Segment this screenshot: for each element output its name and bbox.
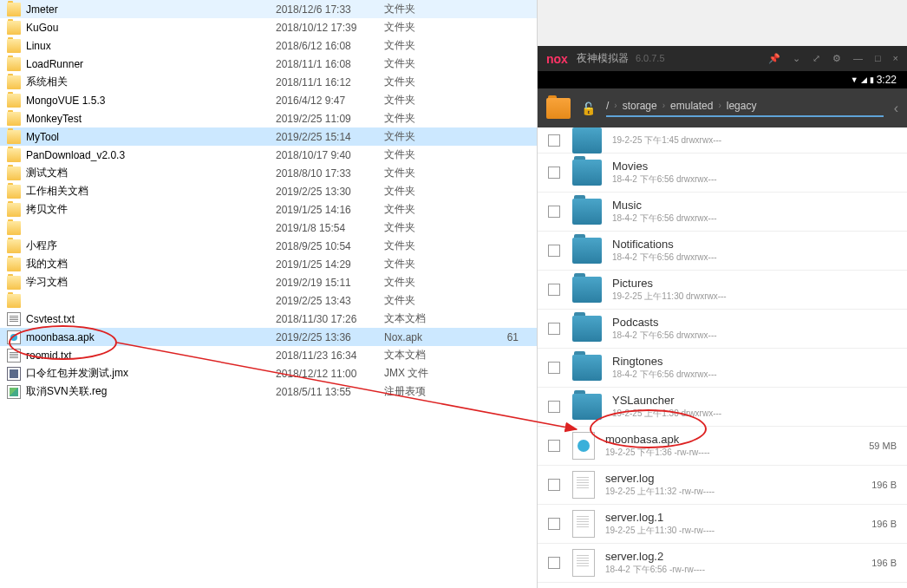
list-item[interactable]: YSLauncher19-2-25 上午1:30 drwxrwx--- <box>538 388 907 427</box>
item-name: YSLauncher <box>612 394 897 407</box>
checkbox[interactable] <box>548 284 560 296</box>
file-type: 文件夹 <box>384 202 467 217</box>
list-item[interactable]: Notifications18-4-2 下午6:56 drwxrwx--- <box>538 232 907 271</box>
close-icon[interactable]: × <box>893 53 898 64</box>
breadcrumb[interactable]: /›storage›emulated›legacy <box>606 100 884 117</box>
file-row[interactable]: MonkeyTest2019/2/25 11:09文件夹 <box>0 109 537 127</box>
file-name: Csvtest.txt <box>26 313 75 325</box>
file-row[interactable]: roomid.txt2018/11/23 16:34文本文档 <box>0 346 537 364</box>
file-row[interactable]: KuGou2018/10/12 17:39文件夹 <box>0 18 537 36</box>
list-item[interactable]: server.log19-2-25 上午11:32 -rw-rw----196 … <box>538 466 907 505</box>
item-meta: 18-4-2 下午6:56 drwxrwx--- <box>612 330 897 342</box>
file-row[interactable]: 2019/1/8 15:54文件夹 <box>0 219 537 237</box>
pin-icon[interactable]: 📌 <box>768 53 780 64</box>
list-item[interactable]: 19-2-25 下午1:45 drwxrwx--- <box>538 127 907 154</box>
file-type: JMX 文件 <box>384 366 467 381</box>
checkbox[interactable] <box>548 518 560 530</box>
file-row[interactable]: Jmeter2018/12/6 17:33文件夹 <box>0 0 537 18</box>
file-name: 口令红包并发测试.jmx <box>26 366 128 381</box>
file-type: 文件夹 <box>384 93 467 108</box>
item-meta: 18-4-2 下午6:56 -rw-rw---- <box>605 564 871 576</box>
file-row[interactable]: MyTool2019/2/25 15:14文件夹 <box>0 127 537 146</box>
list-item[interactable]: Podcasts18-4-2 下午6:56 drwxrwx--- <box>538 310 907 349</box>
jmx-icon <box>7 367 21 381</box>
file-row[interactable]: 口令红包并发测试.jmx2018/12/12 11:00JMX 文件 <box>0 364 537 382</box>
file-row[interactable]: 工作相关文档2019/2/25 13:30文件夹 <box>0 182 537 200</box>
file-date: 2019/1/25 14:16 <box>276 204 384 216</box>
checkbox[interactable] <box>548 362 560 374</box>
folder-icon <box>7 276 21 290</box>
list-item[interactable]: moonbasa.apk19-2-25 下午1:36 -rw-rw----59 … <box>538 427 907 466</box>
folder-icon <box>7 21 21 35</box>
settings-icon[interactable]: ⚙ <box>832 53 841 64</box>
file-row[interactable]: 测试文档2018/8/10 17:33文件夹 <box>0 164 537 182</box>
breadcrumb-segment[interactable]: storage <box>623 100 657 112</box>
file-type: 文本文档 <box>384 348 467 363</box>
list-item[interactable]: server.log.3 <box>538 583 907 588</box>
file-date: 2019/1/8 15:54 <box>276 222 384 234</box>
file-row[interactable]: Csvtest.txt2018/11/30 17:26文本文档 <box>0 310 537 328</box>
maximize-icon[interactable]: □ <box>875 53 881 64</box>
list-item[interactable]: Ringtones18-4-2 下午6:56 drwxrwx--- <box>538 349 907 388</box>
file-row[interactable]: 取消SVN关联.reg2018/5/11 13:55注册表项 <box>0 382 537 401</box>
file-row[interactable]: 小程序2018/9/25 10:54文件夹 <box>0 237 537 255</box>
file-date: 2016/4/12 9:47 <box>276 95 384 107</box>
file-icon <box>572 549 595 577</box>
list-item[interactable]: Pictures19-2-25 上午11:30 drwxrwx--- <box>538 271 907 310</box>
filemanager-list[interactable]: 19-2-25 下午1:45 drwxrwx--- Movies18-4-2 下… <box>538 127 907 588</box>
item-size: 196 B <box>871 519 897 529</box>
file-date: 2019/2/25 11:09 <box>276 113 384 125</box>
fullscreen-icon[interactable]: ⤢ <box>812 53 820 64</box>
breadcrumb-segment[interactable]: emulated <box>670 100 713 112</box>
file-row[interactable]: PanDownload_v2.0.32018/10/17 9:40文件夹 <box>0 146 537 164</box>
checkbox[interactable] <box>548 134 560 147</box>
file-row[interactable]: 学习文档2019/2/19 15:11文件夹 <box>0 273 537 291</box>
checkbox[interactable] <box>548 206 560 218</box>
file-row[interactable]: 我的文档2019/1/25 14:29文件夹 <box>0 255 537 273</box>
file-date: 2019/1/25 14:29 <box>276 258 384 271</box>
checkbox[interactable] <box>548 479 560 491</box>
list-item[interactable]: server.log.119-2-25 上午11:30 -rw-rw----19… <box>538 505 907 544</box>
checkbox[interactable] <box>548 245 560 257</box>
file-row[interactable]: moonbasa.apk2019/2/25 13:36Nox.apk61 <box>0 328 537 346</box>
file-name: PanDownload_v2.0.3 <box>26 149 125 161</box>
back-icon[interactable]: ‹ <box>894 101 898 116</box>
list-item[interactable]: Movies18-4-2 下午6:56 drwxrwx--- <box>538 154 907 193</box>
breadcrumb-segment[interactable]: legacy <box>727 100 757 112</box>
down-icon[interactable]: ⌄ <box>793 53 800 64</box>
battery-icon: ▮ <box>870 75 874 84</box>
file-date: 2019/2/25 13:36 <box>276 331 384 343</box>
checkbox[interactable] <box>548 557 560 569</box>
list-item[interactable]: Music18-4-2 下午6:56 drwxrwx--- <box>538 193 907 232</box>
nox-titlebar[interactable]: nox 夜神模拟器6.0.7.5 📌 ⌄ ⤢ ⚙ — □ × <box>538 46 907 71</box>
file-date: 2018/10/17 9:40 <box>276 149 384 161</box>
file-name: MyTool <box>26 131 59 143</box>
folder-icon <box>7 75 21 89</box>
lock-open-icon[interactable]: 🔓 <box>581 101 596 115</box>
checkbox[interactable] <box>548 401 560 413</box>
breadcrumb-segment[interactable]: / <box>606 100 609 112</box>
item-name: Pictures <box>612 277 897 290</box>
checkbox[interactable] <box>548 167 560 179</box>
item-size: 196 B <box>871 480 897 490</box>
file-type: 文件夹 <box>384 38 467 53</box>
file-row[interactable]: 拷贝文件2019/1/25 14:16文件夹 <box>0 200 537 219</box>
file-type: 文件夹 <box>384 238 467 253</box>
file-row[interactable]: Linux2018/6/12 16:08文件夹 <box>0 36 537 55</box>
minimize-icon[interactable]: — <box>853 53 863 64</box>
file-date: 2018/8/10 17:33 <box>276 167 384 180</box>
checkbox[interactable] <box>548 323 560 335</box>
file-row[interactable]: LoadRunner2018/11/1 16:08文件夹 <box>0 55 537 73</box>
checkbox[interactable] <box>548 440 560 452</box>
home-folder-icon[interactable] <box>546 98 571 119</box>
list-item[interactable]: server.log.218-4-2 下午6:56 -rw-rw----196 … <box>538 544 907 583</box>
file-row[interactable]: MongoVUE 1.5.32016/4/12 9:47文件夹 <box>0 91 537 109</box>
file-date: 2018/9/25 10:54 <box>276 240 384 252</box>
file-row[interactable]: 系统相关2018/11/1 16:12文件夹 <box>0 73 537 91</box>
file-row[interactable]: 2019/2/25 13:43文件夹 <box>0 291 537 310</box>
file-name: Jmeter <box>26 3 58 16</box>
item-meta: 18-4-2 下午6:56 drwxrwx--- <box>612 369 897 381</box>
item-size: 196 B <box>871 558 897 568</box>
folder-icon <box>572 160 602 186</box>
file-type: 文件夹 <box>384 20 467 35</box>
